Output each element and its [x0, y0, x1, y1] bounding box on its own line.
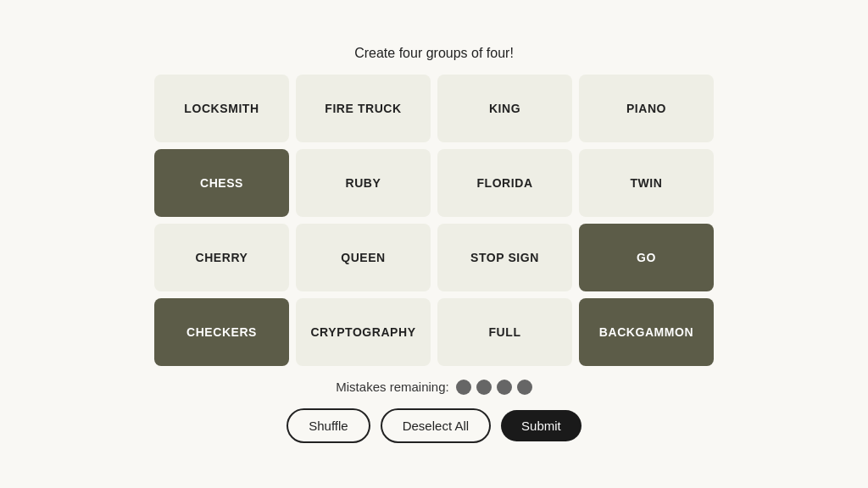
- tile-backgammon[interactable]: BACKGAMMON: [579, 298, 714, 366]
- tile-ruby[interactable]: RUBY: [296, 149, 431, 217]
- mistake-dot-1: [456, 380, 471, 395]
- submit-button[interactable]: Submit: [501, 410, 581, 441]
- tile-chess[interactable]: CHESS: [154, 149, 289, 217]
- tile-checkers[interactable]: CHECKERS: [154, 298, 289, 366]
- tile-piano[interactable]: PIANO: [579, 75, 714, 142]
- deselect-button[interactable]: Deselect All: [381, 408, 491, 443]
- tile-go[interactable]: GO: [579, 224, 714, 291]
- mistakes-label: Mistakes remaining:: [336, 380, 448, 394]
- tile-stop-sign[interactable]: STOP SIGN: [437, 224, 572, 291]
- tile-fire-truck[interactable]: FIRE TRUCK: [296, 75, 431, 142]
- tile-cryptography[interactable]: CRYPTOGRAPHY: [296, 298, 431, 366]
- main-container: Create four groups of four! LOCKSMITHFIR…: [154, 46, 714, 443]
- tile-twin[interactable]: TWIN: [579, 149, 714, 217]
- tile-cherry[interactable]: CHERRY: [154, 224, 289, 291]
- buttons-row: Shuffle Deselect All Submit: [287, 408, 581, 443]
- mistake-dot-2: [476, 380, 492, 395]
- tile-full[interactable]: FULL: [437, 298, 572, 366]
- instructions-text: Create four groups of four!: [354, 46, 514, 61]
- mistake-dot-3: [497, 380, 512, 395]
- shuffle-button[interactable]: Shuffle: [287, 408, 370, 443]
- mistakes-dots: [456, 380, 532, 395]
- mistake-dot-4: [517, 380, 532, 395]
- tile-queen[interactable]: QUEEN: [296, 224, 431, 291]
- tile-king[interactable]: KING: [437, 75, 572, 142]
- tile-locksmith[interactable]: LOCKSMITH: [154, 75, 289, 142]
- tile-florida[interactable]: FLORIDA: [437, 149, 572, 217]
- tile-grid: LOCKSMITHFIRE TRUCKKINGPIANOCHESSRUBYFLO…: [154, 75, 714, 366]
- mistakes-row: Mistakes remaining:: [336, 380, 531, 395]
